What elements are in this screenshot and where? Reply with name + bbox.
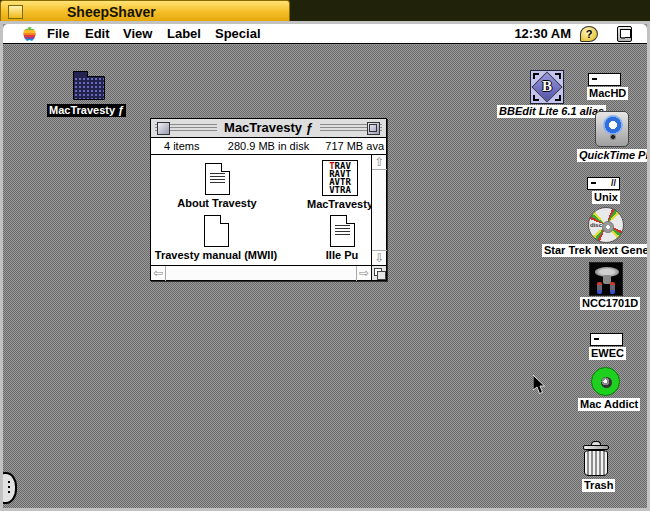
bbedit-corner [533, 95, 539, 101]
horizontal-scrollbar[interactable]: ⇦ ⇨ [151, 265, 371, 280]
unix-label[interactable]: Unix [592, 191, 620, 204]
ewec-disk-icon[interactable] [590, 333, 623, 346]
application-menu-icon[interactable] [617, 26, 632, 42]
close-box[interactable] [157, 122, 170, 135]
enterprise-nacelle [597, 282, 602, 294]
quicktime-player-icon[interactable] [595, 111, 629, 147]
document-icon[interactable] [205, 163, 230, 195]
resize-grow-box[interactable] [371, 265, 386, 280]
window-content[interactable]: About Travesty TRAV RAVT AVTR VTRA MacTr… [151, 155, 371, 265]
mactravesty-folder-label[interactable]: MacTravesty ƒ [47, 104, 126, 117]
machd-disk-icon[interactable] [588, 73, 621, 86]
mac-addict-cd-icon[interactable] [591, 367, 620, 396]
mac-addict-label[interactable]: Mac Addict [578, 398, 640, 411]
startrek-label[interactable]: Star Trek Next Genera [542, 244, 647, 257]
scroll-left-arrow[interactable]: ⇦ [151, 266, 166, 281]
bbedit-alias-icon[interactable]: B [530, 70, 564, 104]
menu-file[interactable]: File [47, 26, 69, 41]
mouse-cursor [533, 375, 545, 394]
trash-icon[interactable] [583, 441, 609, 477]
ncc1701d-label[interactable]: NCC1701D [580, 297, 640, 310]
ewec-label[interactable]: EWEC [589, 347, 626, 360]
wm-titlebar[interactable]: SheepShaver [0, 0, 650, 22]
menu-view[interactable]: View [123, 26, 152, 41]
file-travesty-manual[interactable]: Travesty manual (MWII) [151, 215, 281, 261]
window-info-bar: 4 items 280.9 MB in disk 717 MB ava [151, 138, 386, 155]
zoom-box[interactable] [367, 122, 380, 135]
menubar-clock[interactable]: 12:30 AM [514, 26, 571, 41]
wm-menu-button[interactable] [8, 5, 23, 19]
machd-label[interactable]: MacHD [587, 87, 628, 100]
scroll-right-arrow[interactable]: ⇨ [356, 266, 371, 281]
document-icon[interactable] [330, 215, 355, 247]
bbedit-alias-label[interactable]: BBEdit Lite 6.1 alias [497, 105, 606, 118]
bbedit-letter: B [531, 78, 563, 95]
file-label: Travesty manual (MWII) [151, 249, 281, 261]
menu-label[interactable]: Label [167, 26, 201, 41]
document-icon[interactable] [204, 215, 229, 247]
apple-menu-icon[interactable] [23, 27, 36, 41]
file-label: MacTravesty [301, 198, 371, 210]
trash-body [584, 450, 608, 476]
menu-bar: File Edit View Label Special 12:30 AM ? [3, 24, 647, 44]
enterprise-nacelle [610, 282, 615, 294]
trash-label[interactable]: Trash [582, 479, 615, 492]
startrek-cd-icon[interactable]: disc [588, 207, 624, 243]
window-titlebar[interactable]: MacTravesty ƒ [151, 119, 386, 138]
cd-text: disc [590, 222, 602, 228]
finder-window: MacTravesty ƒ 4 items 280.9 MB in disk 7… [150, 118, 387, 281]
file-about-travesty[interactable]: About Travesty [161, 163, 273, 209]
ncc1701d-icon[interactable] [589, 262, 623, 296]
wm-title: SheepShaver [67, 4, 156, 20]
file-label: About Travesty [161, 197, 273, 209]
disk-available: 717 MB ava [325, 140, 384, 152]
file-label: IIIe Pu [303, 249, 371, 261]
sheepshaver-app: SheepShaver File Edit View Label Special… [0, 0, 650, 511]
menu-special[interactable]: Special [215, 26, 261, 41]
bbedit-corner [555, 95, 561, 101]
wm-titlebar-tab[interactable]: SheepShaver [0, 0, 290, 22]
file-iiie-pu[interactable]: IIIe Pu [303, 215, 371, 261]
scroll-up-arrow[interactable]: ⇧ [372, 155, 387, 170]
menu-edit[interactable]: Edit [85, 26, 110, 41]
quicktime-player-label[interactable]: QuickTime Player [577, 149, 647, 162]
titlebar-stripes [155, 123, 382, 133]
unix-disk-icon[interactable] [587, 177, 620, 190]
vertical-scrollbar[interactable]: ⇧ ⇩ [371, 155, 386, 265]
help-menu-icon[interactable]: ? [580, 26, 598, 42]
mactravesty-app-icon[interactable]: TRAV RAVT AVTR VTRA [322, 160, 358, 196]
scroll-down-arrow[interactable]: ⇩ [372, 250, 387, 265]
mac-screen: File Edit View Label Special 12:30 AM ? … [3, 24, 647, 508]
app-mactravesty[interactable]: TRAV RAVT AVTR VTRA MacTravesty [301, 160, 371, 210]
mactravesty-folder-icon[interactable] [73, 76, 105, 100]
